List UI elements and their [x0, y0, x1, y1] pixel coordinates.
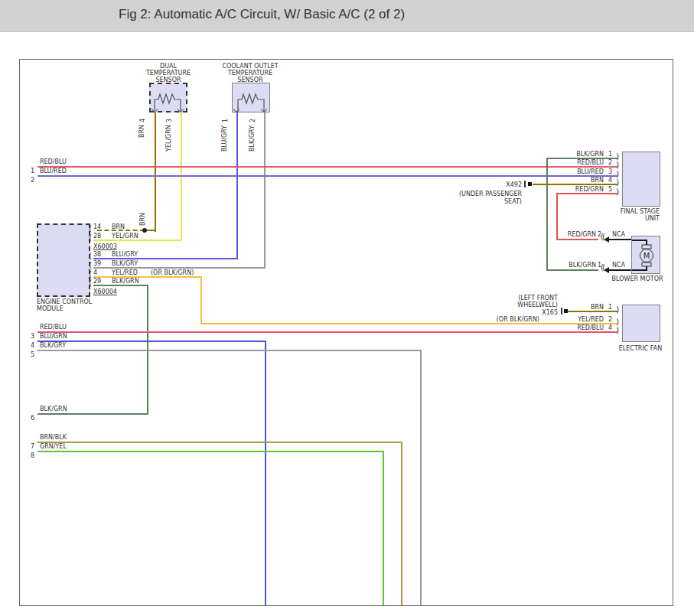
pin-number: 2 — [249, 119, 256, 122]
wire-color-label: BLK/GRN — [40, 406, 67, 412]
edge-wire-number: 2 — [28, 177, 34, 184]
nca-label: NCA — [612, 262, 625, 269]
wire-yel-grn-segment — [181, 112, 182, 241]
final-stage-name: FINAL STAGE — [598, 208, 660, 215]
nca-label: NCA — [612, 231, 625, 238]
wire-color-label: BLU/GRN — [40, 333, 67, 340]
wire-alt-label: (OR BLK/GRN) — [151, 269, 194, 276]
wire-red-blu-1 — [37, 166, 617, 168]
wire-color-label: YEL/RED — [112, 269, 138, 276]
pin-arc-icon: ( — [89, 224, 92, 233]
wire-grn-yel-8 — [37, 451, 384, 452]
pin-number: 4 — [608, 177, 612, 184]
wire-nca-top — [609, 239, 631, 240]
wire-blu-red-2 — [37, 175, 617, 177]
wire-color-label: BRN — [112, 223, 125, 230]
ecm-name: MODULE — [37, 305, 64, 312]
pin-arc-icon: ) — [616, 326, 619, 334]
pin-number: 14 — [93, 223, 101, 230]
pin-arc-icon: ) — [616, 187, 619, 196]
pin-number: 1 — [222, 119, 229, 122]
pin-number: 4 — [608, 324, 612, 331]
blower-motor-name: BLOWER MOTOR — [607, 275, 668, 282]
arrow-left-icon — [604, 267, 609, 273]
pin-number: 39 — [93, 260, 101, 267]
wire-color-label: BLK/GRN — [553, 151, 604, 158]
pin-number: 38 — [93, 251, 101, 258]
wire-brn-segment — [147, 230, 156, 231]
wire-brn-segment — [155, 112, 156, 232]
wire-color-label: BRN — [553, 304, 604, 311]
wire-grn-yel-8 — [383, 451, 384, 605]
connector-location: SEAT) — [453, 198, 522, 205]
final-stage-unit-box — [622, 152, 660, 207]
coolant-sensor-title: TEMPERATURE — [220, 70, 281, 77]
wire-color-label: BRN — [138, 125, 145, 138]
wire-brn-blk-7 — [37, 442, 402, 443]
edge-wire-number: 5 — [28, 351, 34, 358]
wire-red-grn-segment — [556, 239, 598, 240]
pin-number: 4 — [93, 269, 97, 276]
wire-color-label: GRN/YEL — [40, 443, 67, 450]
wire-blk-grn-fs-segment — [546, 269, 598, 271]
edge-wire-number: 8 — [28, 452, 34, 459]
wire-color-label: RED/GRN — [553, 186, 604, 193]
wire-brn-x492 — [533, 184, 617, 185]
wire-yel-red-segment — [93, 276, 202, 278]
edge-wire-number: 1 — [28, 168, 34, 174]
connector-label: X60004 — [93, 288, 117, 295]
pin-number: 3 — [608, 168, 612, 175]
wire-color-label: RED/BLU — [553, 159, 604, 166]
motor-letter: M — [643, 252, 650, 260]
wire-color-label: RED/BLU — [40, 324, 67, 331]
wire-color-label: BRN — [139, 213, 146, 226]
dual-sensor-title: DUAL — [138, 63, 199, 70]
wire-color-label: YEL/RED — [553, 316, 604, 323]
wire-yel-grn-segment — [93, 240, 182, 241]
wire-blk-gry-5 — [420, 350, 422, 605]
wire-color-label: BLU/RED — [40, 168, 67, 174]
ecm-name: ENGINE CONTROL — [37, 298, 92, 305]
wire-blk-grn-fs-segment — [546, 158, 548, 271]
pin-number: 1 — [608, 304, 612, 311]
pin-number: 29 — [93, 278, 101, 285]
edge-wire-number: 4 — [28, 342, 34, 349]
wire-color-label: BLK/GRN — [546, 262, 596, 269]
edge-wire-number: 3 — [28, 333, 34, 340]
pin-number: 4 — [139, 119, 146, 122]
pin-arc-icon: ) — [616, 305, 619, 314]
connector-location: (LEFT FRONT — [504, 295, 558, 301]
wire-nca-bottom — [609, 269, 631, 271]
wire-blk-grn-6 — [37, 413, 148, 415]
wire-blk-gry-segment — [93, 267, 266, 269]
arrow-left-icon — [604, 236, 609, 243]
wire-color-label: BLU/GRY — [221, 125, 228, 152]
connector-location: (UNDER PASSENGER — [453, 191, 522, 197]
wire-blk-gry-5 — [37, 350, 422, 351]
wire-color-label: YEL/GRN — [112, 233, 138, 240]
coolant-sensor-title: COOLANT OUTLET — [220, 63, 281, 70]
wire-color-label: BRN — [553, 177, 604, 184]
pin-number: 3 — [166, 119, 173, 122]
edge-wire-number: 7 — [28, 443, 34, 450]
pin-number: 1 — [608, 151, 612, 158]
wire-color-label: BRN/BLK — [40, 434, 67, 441]
wire-red-blu-3 — [37, 331, 617, 333]
coolant-sensor-title: SENSOR — [220, 77, 281, 83]
final-stage-name: UNIT — [598, 215, 660, 222]
connector-label: X60003 — [93, 243, 117, 250]
wire-blk-grn-segment — [93, 285, 148, 286]
wire-alt-label: (OR BLK/GRN) — [489, 316, 539, 323]
wire-blu-grn-4 — [265, 341, 266, 605]
wire-brn-blk-7 — [401, 442, 402, 605]
pin-number: 2 — [608, 316, 612, 323]
pin-arc-icon: ( — [89, 252, 92, 260]
pin-number: 28 — [93, 233, 101, 240]
wire-color-label: BLK/GRN — [112, 278, 139, 285]
wire-color-label: BLK/GRY — [249, 125, 256, 152]
wire-color-label: RED/BLU — [553, 324, 604, 331]
pin-arc-icon: ) — [616, 161, 619, 169]
inline-connector-icon: (( — [601, 264, 604, 272]
edge-wire-number: 6 — [28, 415, 34, 422]
wire-color-label: YEL/GRN — [165, 125, 172, 152]
